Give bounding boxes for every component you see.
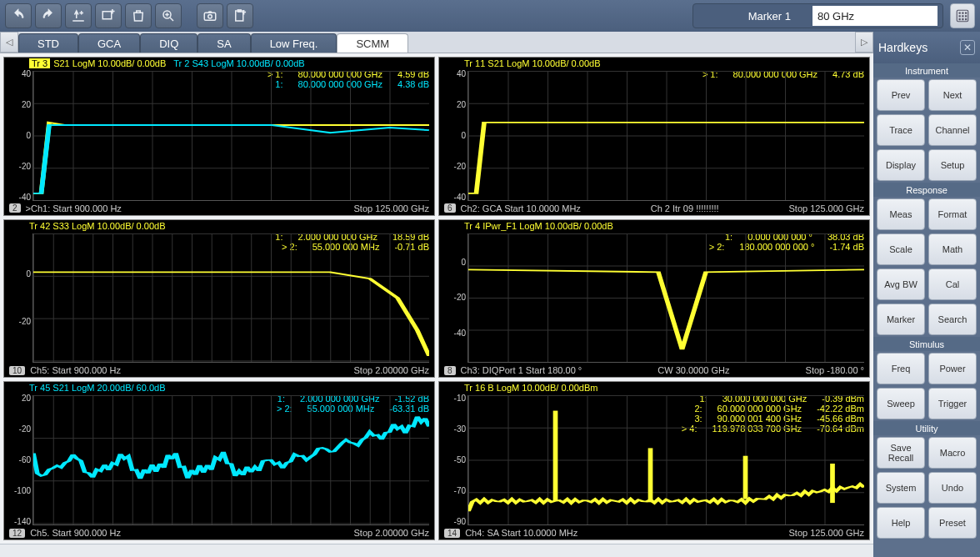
marker-input[interactable] <box>812 6 938 26</box>
svg-rect-16 <box>959 18 961 20</box>
plot-window[interactable]: 0-20Tr 42 S33 LogM 10.00dB/ 0.00dB1:2.00… <box>3 219 435 379</box>
footer-stop: Stop 2.00000 GHz <box>353 528 429 538</box>
plot-area[interactable] <box>468 395 864 525</box>
plot-area[interactable] <box>32 233 429 364</box>
svg-rect-18 <box>965 18 967 20</box>
hardkey-section-header: Stimulus <box>873 337 980 351</box>
hardkey-scale[interactable]: Scale <box>877 233 925 265</box>
plot-badge: 14 <box>444 529 460 538</box>
hardkey-undo[interactable]: Undo <box>928 472 977 504</box>
footer-stop: Stop -180.00 ° <box>806 365 864 375</box>
zoom-button[interactable] <box>155 3 182 28</box>
svg-rect-10 <box>959 13 961 14</box>
tab-std[interactable]: STD <box>18 33 78 53</box>
hardkey-section-header: Response <box>873 183 980 197</box>
svg-rect-12 <box>965 13 967 14</box>
close-icon[interactable]: ✕ <box>960 40 975 55</box>
hardkey-freq[interactable]: Freq <box>877 353 925 384</box>
svg-point-5 <box>208 15 212 19</box>
plot-badge: 2 <box>9 203 21 213</box>
svg-text:+: + <box>110 8 114 16</box>
tab-scroll-right[interactable]: ▷ <box>855 32 873 53</box>
plot-badge: 8 <box>444 366 456 375</box>
hardkeys-panel: Hardkeys ✕ InstrumentPrevNextTraceChanne… <box>873 32 980 557</box>
y-axis: 20-20-60-100-140 <box>6 394 31 526</box>
hardkey-help[interactable]: Help <box>877 507 925 539</box>
plot-window[interactable]: -10-30-50-70-90Tr 16 B LogM 10.00dB/ 0.0… <box>438 381 870 540</box>
hardkey-meas[interactable]: Meas <box>877 198 925 230</box>
svg-text:+: + <box>242 9 246 17</box>
marker-label: Marker 1 <box>698 10 806 23</box>
footer-stop: Stop 125.000 GHz <box>353 203 429 213</box>
plot-area[interactable] <box>468 71 864 201</box>
add-marker-button[interactable]: + <box>65 3 92 28</box>
plot-area[interactable] <box>32 395 429 525</box>
paste-button[interactable]: + <box>227 3 253 28</box>
y-axis: -10-30-50-70-90 <box>441 394 466 526</box>
footer-stop: Stop 2.00000 GHz <box>353 365 429 375</box>
footer-start: Ch5. Start 900.000 Hz <box>30 528 121 538</box>
screenshot-button[interactable] <box>197 3 223 28</box>
hardkeys-title: Hardkeys <box>878 41 928 54</box>
hardkey-search[interactable]: Search <box>928 304 977 335</box>
statusbar <box>0 544 873 557</box>
svg-rect-7 <box>238 10 242 13</box>
plot-grid: 40200-20-40Tr 3S21 LogM 10.00dB/ 0.00dB … <box>0 53 873 544</box>
hardkey-system[interactable]: System <box>877 472 925 504</box>
toolbar: + + + Marker 1 <box>0 0 980 32</box>
svg-text:+: + <box>80 9 84 17</box>
svg-rect-4 <box>204 13 216 20</box>
tab-scmm[interactable]: SCMM <box>337 33 408 53</box>
footer-start: >Ch1: Start 900.000 Hz <box>26 203 122 213</box>
numpad-button[interactable] <box>950 3 975 28</box>
plot-window[interactable]: 40200-20-40Tr 3S21 LogM 10.00dB/ 0.00dB … <box>3 57 435 216</box>
hardkey-macro[interactable]: Macro <box>928 437 977 469</box>
footer-mid: CW 30.0000 GHz <box>658 365 729 375</box>
y-axis: 40200-20-40 <box>6 69 31 202</box>
y-axis: 0-20 <box>6 232 31 364</box>
footer-start: Ch3: DIQPort 1 Start 180.00 ° <box>461 365 582 375</box>
tab-diq[interactable]: DIQ <box>140 33 198 53</box>
undo-button[interactable] <box>5 3 32 28</box>
plot-window[interactable]: 20-20-60-100-140Tr 45 S21 LogM 20.00dB/ … <box>3 381 435 540</box>
footer-stop: Stop 125.000 GHz <box>789 203 865 213</box>
plot-badge: 12 <box>9 529 25 538</box>
plot-area[interactable] <box>32 71 429 201</box>
hardkey-display[interactable]: Display <box>877 149 925 181</box>
redo-button[interactable] <box>35 3 62 28</box>
tab-low-freq-[interactable]: Low Freq. <box>251 33 338 53</box>
tab-gca[interactable]: GCA <box>78 33 140 53</box>
hardkey-prev[interactable]: Prev <box>877 79 925 111</box>
hardkey-next[interactable]: Next <box>928 79 977 111</box>
tab-scroll-left[interactable]: ◁ <box>0 32 18 53</box>
delete-button[interactable] <box>125 3 152 28</box>
hardkey-avg-bw[interactable]: Avg BW <box>877 268 925 300</box>
hardkey-trigger[interactable]: Trigger <box>928 388 977 419</box>
marker-entry: Marker 1 <box>692 3 943 28</box>
hardkey-math[interactable]: Math <box>928 233 977 265</box>
footer-start: Ch4: SA Start 10.0000 MHz <box>465 528 578 538</box>
hardkey-cal[interactable]: Cal <box>928 268 977 300</box>
plot-area[interactable] <box>468 233 864 364</box>
hardkey-channel[interactable]: Channel <box>928 114 977 146</box>
plot-window[interactable]: 40200-20-40Tr 11 S21 LogM 10.00dB/ 0.00d… <box>438 57 870 216</box>
hardkey-marker[interactable]: Marker <box>877 304 925 335</box>
svg-rect-15 <box>965 15 967 17</box>
hardkey-preset[interactable]: Preset <box>928 507 977 539</box>
footer-start: Ch2: GCA Start 10.0000 MHz <box>461 203 581 213</box>
hardkey-section-header: Instrument <box>873 63 980 78</box>
svg-rect-11 <box>962 13 963 14</box>
hardkey-sweep[interactable]: Sweep <box>877 388 925 419</box>
hardkey-setup[interactable]: Setup <box>928 149 977 181</box>
add-window-button[interactable]: + <box>95 3 122 28</box>
hardkey-trace[interactable]: Trace <box>877 114 925 146</box>
svg-rect-14 <box>962 15 963 17</box>
plot-window[interactable]: 0-20-40Tr 4 IPwr_F1 LogM 10.00dB/ 0.00dB… <box>438 219 870 379</box>
tab-sa[interactable]: SA <box>198 33 250 53</box>
hardkey-power[interactable]: Power <box>928 353 977 384</box>
hardkey-format[interactable]: Format <box>928 198 977 230</box>
y-axis: 0-20-40 <box>441 232 466 364</box>
hardkey-save-recall[interactable]: Save Recall <box>877 437 925 469</box>
tabs-row: ◁ STDGCADIQSALow Freq.SCMM ▷ <box>0 32 873 53</box>
footer-mid: Ch 2 Itr 09 !!!!!!!!! <box>651 203 719 213</box>
